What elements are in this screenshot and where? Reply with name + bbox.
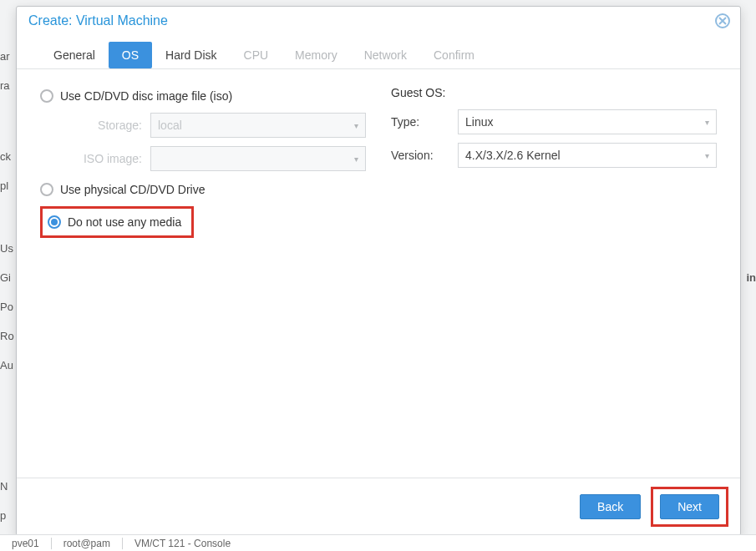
bg-frag: Po — [0, 301, 13, 313]
bg-frag: pl — [0, 179, 8, 192]
status-user: root@pam — [52, 538, 122, 549]
close-icon[interactable] — [715, 13, 730, 28]
bg-frag: p — [0, 509, 6, 522]
chevron-down-icon: ▾ — [705, 118, 709, 127]
highlight-next: Next — [651, 487, 728, 527]
media-column: Use CD/DVD disc image file (iso) Storage… — [40, 86, 366, 469]
bg-frag: Us — [0, 242, 13, 255]
storage-select: local ▾ — [150, 113, 366, 138]
radio-no-media-label: Do not use any media — [68, 215, 181, 229]
guest-type-label: Type: — [391, 115, 458, 129]
radio-icon — [40, 183, 53, 196]
bg-frag: ra — [0, 79, 10, 92]
highlight-no-media: Do not use any media — [40, 206, 194, 238]
back-button[interactable]: Back — [580, 494, 641, 519]
radio-no-media[interactable]: Do not use any media — [44, 210, 186, 234]
next-button[interactable]: Next — [660, 494, 719, 519]
bg-frag: N — [0, 480, 8, 493]
tab-cpu: CPU — [231, 42, 282, 68]
create-vm-dialog: Create: Virtual Machine General OS Hard … — [16, 6, 741, 536]
radio-use-iso-label: Use CD/DVD disc image file (iso) — [60, 89, 232, 103]
status-vm: VM/CT 121 - Console — [123, 538, 242, 549]
guest-type-select[interactable]: Linux ▾ — [458, 109, 717, 134]
radio-icon — [40, 89, 53, 103]
status-host: pve01 — [0, 538, 51, 549]
status-bar: pve01 root@pam VM/CT 121 - Console — [0, 534, 756, 551]
radio-use-physical[interactable]: Use physical CD/DVD Drive — [40, 179, 366, 200]
iso-image-select: ▾ — [150, 146, 366, 171]
dialog-title: Create: Virtual Machine — [28, 13, 168, 28]
guest-version-label: Version: — [391, 149, 458, 162]
wizard-tabs: General OS Hard Disk CPU Memory Network … — [17, 35, 740, 69]
dialog-footer: Back Next — [17, 478, 740, 535]
bg-frag: Gi — [0, 271, 11, 284]
tab-os[interactable]: OS — [109, 42, 152, 68]
guest-os-column: Guest OS: Type: Linux ▾ Version: 4.X/3.X… — [391, 86, 717, 469]
chevron-down-icon: ▾ — [354, 121, 358, 130]
tab-memory: Memory — [282, 42, 351, 68]
tab-confirm: Confirm — [420, 42, 488, 68]
guest-type-value: Linux — [465, 115, 493, 129]
guest-version-value: 4.X/3.X/2.6 Kernel — [465, 149, 561, 162]
bg-frag: Ro — [0, 330, 14, 342]
chevron-down-icon: ▾ — [705, 151, 709, 160]
bg-frag: Au — [0, 359, 13, 372]
chevron-down-icon: ▾ — [354, 154, 358, 164]
bg-frag: ck — [0, 150, 11, 163]
tab-network: Network — [351, 42, 420, 68]
bg-frag: ar — [0, 50, 10, 63]
guest-version-select[interactable]: 4.X/3.X/2.6 Kernel ▾ — [458, 143, 717, 168]
tab-harddisk[interactable]: Hard Disk — [152, 42, 230, 68]
radio-use-iso[interactable]: Use CD/DVD disc image file (iso) — [40, 86, 366, 106]
dialog-titlebar: Create: Virtual Machine — [17, 7, 740, 35]
storage-value: local — [158, 119, 182, 132]
guest-os-heading: Guest OS: — [391, 86, 717, 99]
tab-general[interactable]: General — [40, 42, 109, 68]
radio-use-physical-label: Use physical CD/DVD Drive — [60, 183, 205, 196]
iso-image-label: ISO image: — [40, 152, 150, 165]
radio-icon — [48, 215, 61, 229]
bg-frag-right: in — [746, 271, 756, 284]
storage-label: Storage: — [40, 119, 150, 132]
